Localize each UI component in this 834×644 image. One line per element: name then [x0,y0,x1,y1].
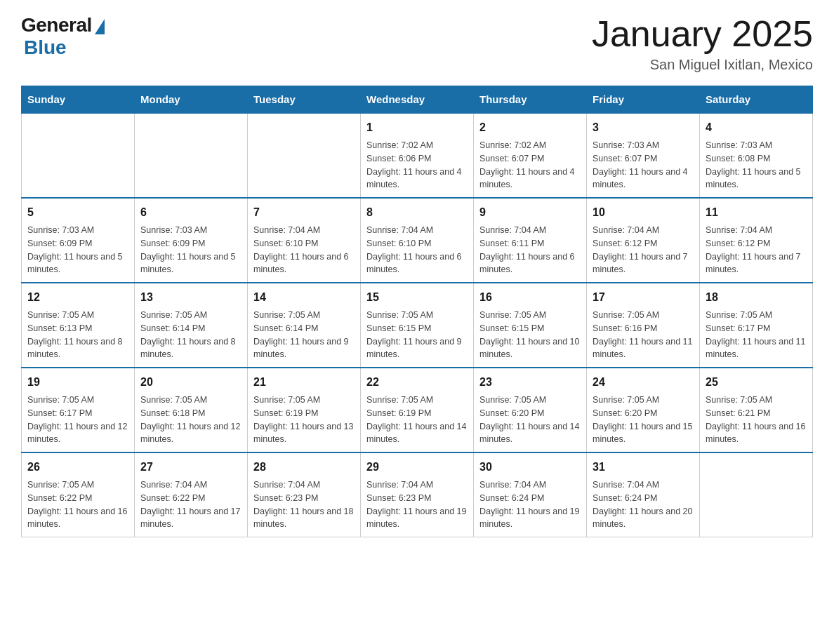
day-number: 5 [27,204,128,221]
page-header: General Blue January 2025 San Miguel Ixi… [21,14,813,73]
calendar-cell: 29Sunrise: 7:04 AMSunset: 6:23 PMDayligh… [361,452,474,537]
day-info: Sunrise: 7:05 AMSunset: 6:18 PMDaylight:… [140,394,241,446]
day-info: Sunrise: 7:05 AMSunset: 6:20 PMDaylight:… [593,394,694,446]
month-title: January 2025 [592,14,813,54]
day-number: 23 [479,374,581,391]
calendar-cell: 13Sunrise: 7:05 AMSunset: 6:14 PMDayligh… [135,283,248,368]
day-number: 26 [27,459,128,476]
calendar-cell [700,452,813,537]
calendar-body: 1Sunrise: 7:02 AMSunset: 6:06 PMDaylight… [22,113,813,537]
logo-blue-text: Blue [24,36,67,59]
day-info: Sunrise: 7:03 AMSunset: 6:08 PMDaylight:… [706,139,807,192]
calendar-cell: 22Sunrise: 7:05 AMSunset: 6:19 PMDayligh… [361,368,474,452]
week-row-1: 1Sunrise: 7:02 AMSunset: 6:06 PMDaylight… [22,113,813,198]
calendar-cell: 3Sunrise: 7:03 AMSunset: 6:07 PMDaylight… [587,113,700,198]
day-number: 28 [253,459,355,476]
calendar-cell: 19Sunrise: 7:05 AMSunset: 6:17 PMDayligh… [22,368,135,452]
calendar-cell: 28Sunrise: 7:04 AMSunset: 6:23 PMDayligh… [248,452,361,537]
day-info: Sunrise: 7:05 AMSunset: 6:15 PMDaylight:… [479,309,581,361]
weekday-header-sunday: Sunday [22,86,135,114]
day-number: 31 [593,459,694,476]
day-number: 17 [593,289,694,306]
day-number: 24 [593,374,694,391]
day-number: 16 [479,289,581,306]
day-number: 6 [140,204,241,221]
logo-general-text: General [21,14,92,36]
day-info: Sunrise: 7:05 AMSunset: 6:19 PMDaylight:… [366,394,468,446]
day-info: Sunrise: 7:05 AMSunset: 6:16 PMDaylight:… [593,309,694,361]
day-number: 7 [253,204,355,221]
calendar-cell: 30Sunrise: 7:04 AMSunset: 6:24 PMDayligh… [474,452,587,537]
day-info: Sunrise: 7:04 AMSunset: 6:10 PMDaylight:… [253,224,355,276]
calendar-cell [135,113,248,198]
day-info: Sunrise: 7:03 AMSunset: 6:09 PMDaylight:… [27,224,128,276]
title-area: January 2025 San Miguel Ixitlan, Mexico [592,14,813,73]
week-row-2: 5Sunrise: 7:03 AMSunset: 6:09 PMDaylight… [22,198,813,283]
calendar-cell: 31Sunrise: 7:04 AMSunset: 6:24 PMDayligh… [587,452,700,537]
day-number: 20 [140,374,241,391]
day-info: Sunrise: 7:05 AMSunset: 6:17 PMDaylight:… [706,309,807,361]
weekday-header-row: SundayMondayTuesdayWednesdayThursdayFrid… [22,86,813,114]
day-info: Sunrise: 7:04 AMSunset: 6:11 PMDaylight:… [479,224,581,276]
day-info: Sunrise: 7:05 AMSunset: 6:20 PMDaylight:… [479,394,581,446]
day-number: 10 [593,204,694,221]
day-info: Sunrise: 7:04 AMSunset: 6:22 PMDaylight:… [140,478,241,531]
calendar-cell: 11Sunrise: 7:04 AMSunset: 6:12 PMDayligh… [700,198,813,283]
calendar-table: SundayMondayTuesdayWednesdayThursdayFrid… [21,86,813,537]
week-row-5: 26Sunrise: 7:05 AMSunset: 6:22 PMDayligh… [22,452,813,537]
calendar-cell: 25Sunrise: 7:05 AMSunset: 6:21 PMDayligh… [700,368,813,452]
calendar-cell: 26Sunrise: 7:05 AMSunset: 6:22 PMDayligh… [22,452,135,537]
day-number: 12 [27,289,128,306]
calendar-cell: 18Sunrise: 7:05 AMSunset: 6:17 PMDayligh… [700,283,813,368]
day-number: 3 [593,119,694,136]
day-info: Sunrise: 7:05 AMSunset: 6:21 PMDaylight:… [706,394,807,446]
weekday-header-wednesday: Wednesday [361,86,474,114]
day-number: 18 [706,289,807,306]
day-info: Sunrise: 7:03 AMSunset: 6:07 PMDaylight:… [593,139,694,192]
day-info: Sunrise: 7:05 AMSunset: 6:14 PMDaylight:… [253,309,355,361]
day-info: Sunrise: 7:05 AMSunset: 6:22 PMDaylight:… [27,478,128,531]
day-number: 22 [366,374,468,391]
day-number: 14 [253,289,355,306]
calendar-cell: 23Sunrise: 7:05 AMSunset: 6:20 PMDayligh… [474,368,587,452]
day-info: Sunrise: 7:03 AMSunset: 6:09 PMDaylight:… [140,224,241,276]
calendar-cell: 16Sunrise: 7:05 AMSunset: 6:15 PMDayligh… [474,283,587,368]
week-row-3: 12Sunrise: 7:05 AMSunset: 6:13 PMDayligh… [22,283,813,368]
day-number: 13 [140,289,241,306]
calendar-cell: 8Sunrise: 7:04 AMSunset: 6:10 PMDaylight… [361,198,474,283]
day-number: 11 [706,204,807,221]
day-number: 29 [366,459,468,476]
calendar-cell: 7Sunrise: 7:04 AMSunset: 6:10 PMDaylight… [248,198,361,283]
week-row-4: 19Sunrise: 7:05 AMSunset: 6:17 PMDayligh… [22,368,813,452]
weekday-header-saturday: Saturday [700,86,813,114]
calendar-cell: 5Sunrise: 7:03 AMSunset: 6:09 PMDaylight… [22,198,135,283]
calendar-cell: 12Sunrise: 7:05 AMSunset: 6:13 PMDayligh… [22,283,135,368]
day-info: Sunrise: 7:02 AMSunset: 6:06 PMDaylight:… [366,139,468,192]
calendar-cell: 4Sunrise: 7:03 AMSunset: 6:08 PMDaylight… [700,113,813,198]
day-info: Sunrise: 7:05 AMSunset: 6:15 PMDaylight:… [366,309,468,361]
day-info: Sunrise: 7:02 AMSunset: 6:07 PMDaylight:… [479,139,581,192]
day-info: Sunrise: 7:04 AMSunset: 6:12 PMDaylight:… [593,224,694,276]
calendar-cell: 24Sunrise: 7:05 AMSunset: 6:20 PMDayligh… [587,368,700,452]
location-subtitle: San Miguel Ixitlan, Mexico [592,57,813,73]
day-number: 8 [366,204,468,221]
weekday-header-monday: Monday [135,86,248,114]
weekday-header-friday: Friday [587,86,700,114]
calendar-cell: 2Sunrise: 7:02 AMSunset: 6:07 PMDaylight… [474,113,587,198]
day-number: 30 [479,459,581,476]
day-info: Sunrise: 7:05 AMSunset: 6:14 PMDaylight:… [140,309,241,361]
day-number: 9 [479,204,581,221]
day-info: Sunrise: 7:05 AMSunset: 6:17 PMDaylight:… [27,394,128,446]
day-info: Sunrise: 7:05 AMSunset: 6:19 PMDaylight:… [253,394,355,446]
day-number: 15 [366,289,468,306]
day-info: Sunrise: 7:04 AMSunset: 6:23 PMDaylight:… [253,478,355,531]
weekday-header-tuesday: Tuesday [248,86,361,114]
day-number: 25 [706,374,807,391]
calendar-cell [22,113,135,198]
day-number: 4 [706,119,807,136]
calendar-cell: 1Sunrise: 7:02 AMSunset: 6:06 PMDaylight… [361,113,474,198]
day-info: Sunrise: 7:04 AMSunset: 6:12 PMDaylight:… [706,224,807,276]
calendar-cell: 17Sunrise: 7:05 AMSunset: 6:16 PMDayligh… [587,283,700,368]
day-number: 27 [140,459,241,476]
calendar-cell: 9Sunrise: 7:04 AMSunset: 6:11 PMDaylight… [474,198,587,283]
